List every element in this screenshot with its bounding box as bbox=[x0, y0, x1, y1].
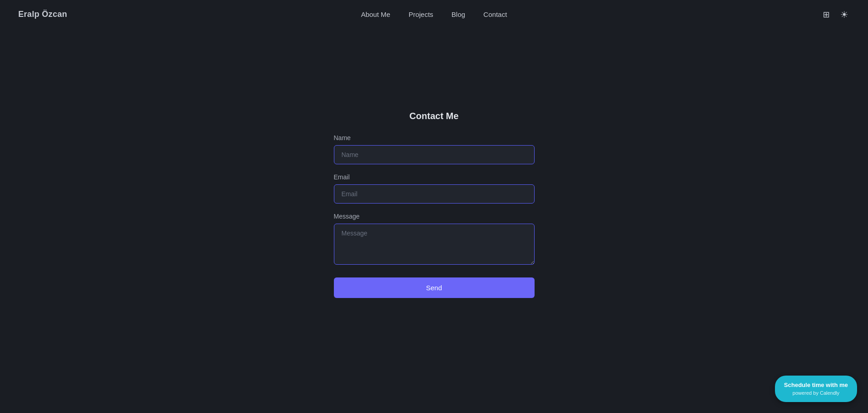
calendly-sub-text: powered by Calendly bbox=[784, 390, 848, 397]
email-input[interactable] bbox=[334, 184, 535, 204]
email-label: Email bbox=[334, 173, 535, 181]
name-input[interactable] bbox=[334, 145, 535, 164]
name-field-group: Name bbox=[334, 134, 535, 164]
main-content: Contact Me Name Email Message Send bbox=[0, 29, 868, 298]
send-button[interactable]: Send bbox=[334, 277, 535, 298]
message-field-group: Message bbox=[334, 213, 535, 267]
calendly-widget[interactable]: Schedule time with me powered by Calendl… bbox=[775, 376, 857, 402]
main-nav: About Me Projects Blog Contact bbox=[361, 10, 507, 18]
nav-projects[interactable]: Projects bbox=[409, 10, 433, 18]
nav-about[interactable]: About Me bbox=[361, 10, 390, 18]
calendly-main-text: Schedule time with me bbox=[784, 381, 848, 389]
site-title: Eralp Özcan bbox=[18, 10, 67, 19]
email-field-group: Email bbox=[334, 173, 535, 204]
nav-blog[interactable]: Blog bbox=[452, 10, 465, 18]
contact-form-container: Contact Me Name Email Message Send bbox=[334, 111, 535, 298]
language-icon[interactable] bbox=[821, 9, 832, 20]
contact-title: Contact Me bbox=[334, 111, 535, 121]
header-icons bbox=[821, 9, 850, 20]
nav-contact[interactable]: Contact bbox=[483, 10, 507, 18]
name-label: Name bbox=[334, 134, 535, 141]
message-label: Message bbox=[334, 213, 535, 220]
header: Eralp Özcan About Me Projects Blog Conta… bbox=[0, 0, 868, 29]
message-input[interactable] bbox=[334, 224, 535, 265]
theme-toggle-icon[interactable] bbox=[839, 9, 850, 20]
